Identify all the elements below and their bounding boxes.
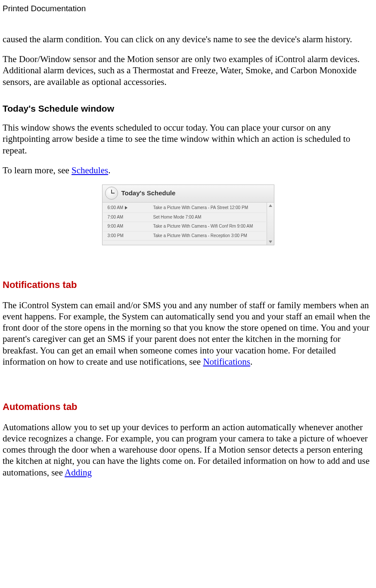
adding-link[interactable]: Adding [65, 467, 92, 478]
schedule-time-cell: 7:00 AM [103, 214, 152, 221]
body-paragraph: The Door/Window sensor and the Motion se… [3, 53, 373, 88]
body-paragraph: caused the alarm condition. You can clic… [3, 34, 373, 45]
scroll-up-icon[interactable] [269, 204, 272, 207]
body-paragraph: This window shows the events scheduled t… [3, 122, 373, 156]
widget-title: Today's Schedule [121, 189, 176, 197]
text-fragment: . [250, 357, 252, 367]
schedule-list: 6:00 AM Take a Picture With Camera - PA … [103, 203, 267, 245]
text-fragment: . [108, 165, 110, 175]
schedule-time: 3:00 PM [108, 233, 124, 239]
schedule-time-cell: 3:00 PM [103, 232, 152, 240]
schedule-row: 7:00 AM Set Home Mode 7:00 AM [103, 213, 266, 222]
body-paragraph: The iControl System can email and/or SMS… [3, 300, 373, 368]
widget-title-bar: Today's Schedule [103, 185, 274, 203]
text-fragment: To learn more, see [3, 165, 71, 175]
schedule-row [103, 241, 266, 244]
schedule-desc: Take a Picture With Camera - Reception 3… [152, 232, 266, 240]
schedule-row: 3:00 PM Take a Picture With Camera - Rec… [103, 231, 266, 241]
notifications-link[interactable]: Notifications [203, 357, 250, 367]
text-fragment: Automations allow you to set up your dev… [3, 422, 370, 478]
schedule-time-cell [103, 241, 152, 243]
body-paragraph: To learn more, see Schedules. [3, 165, 373, 176]
schedule-time: 6:00 AM [108, 205, 124, 211]
heading-notifications-tab: Notifications tab [3, 279, 373, 291]
todays-schedule-widget: Today's Schedule 6:00 AM Take a Picture … [102, 185, 274, 245]
schedules-link[interactable]: Schedules [71, 165, 108, 175]
scroll-down-icon[interactable] [269, 241, 272, 243]
schedule-desc [152, 241, 266, 243]
clock-icon [105, 187, 118, 200]
page-header: Printed Documentation [3, 3, 373, 14]
schedule-time: 7:00 AM [108, 215, 124, 220]
body-paragraph: Automations allow you to set up your dev… [3, 422, 373, 478]
text-fragment: The iControl System can email and/or SMS… [3, 300, 370, 367]
schedule-time-cell: 9:00 AM [103, 223, 152, 230]
repeat-arrow-icon[interactable] [125, 206, 127, 210]
schedule-row: 6:00 AM Take a Picture With Camera - PA … [103, 203, 266, 213]
schedule-desc: Set Home Mode 7:00 AM [152, 214, 266, 221]
schedule-time: 9:00 AM [108, 224, 124, 229]
schedule-desc: Take a Picture With Camera - PA Street 1… [152, 204, 266, 212]
schedule-time-cell: 6:00 AM [103, 204, 152, 212]
schedule-row: 9:00 AM Take a Picture With Camera - Wif… [103, 222, 266, 231]
heading-today-schedule: Today's Schedule window [3, 103, 373, 114]
heading-automations-tab: Automations tab [3, 401, 373, 413]
scrollbar[interactable] [267, 203, 274, 245]
schedule-desc: Take a Picture With Camera - Wifi Conf R… [152, 223, 266, 230]
